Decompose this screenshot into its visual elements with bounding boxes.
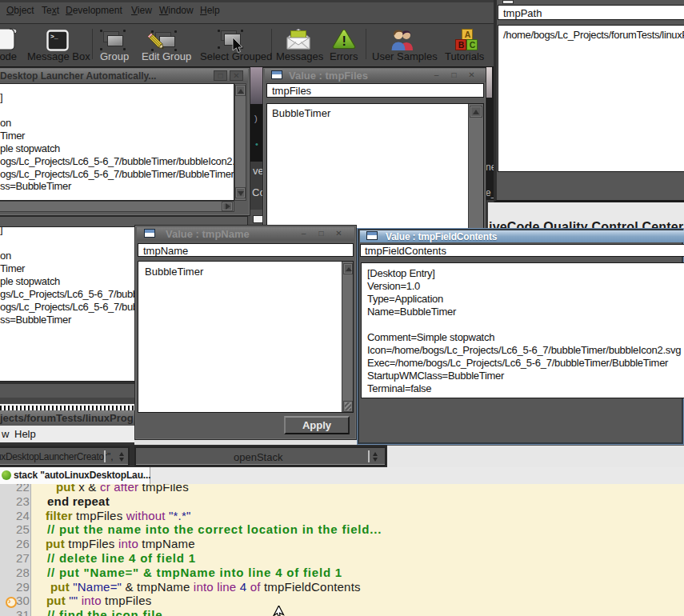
svg-text:A: A [465,30,471,39]
svg-text:>_: >_ [50,33,58,40]
svg-text:C: C [470,40,476,50]
svg-text:B: B [458,40,465,50]
svg-text:!: ! [342,34,346,48]
